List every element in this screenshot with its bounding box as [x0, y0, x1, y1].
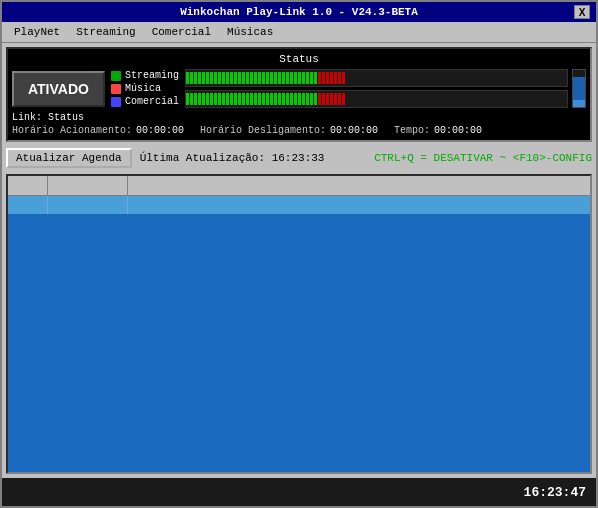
level-indicator	[572, 69, 586, 108]
window-title: Winkochan Play-Link 1.0 - V24.3-BETA	[24, 6, 574, 18]
tempo-value: 00:00:00	[434, 125, 482, 136]
timing-desligamento: Horário Desligamento: 00:00:00	[200, 125, 378, 136]
timing-acionamento: Horário Acionamento: 00:00:00	[12, 125, 184, 136]
meter-bar-top	[185, 69, 568, 87]
last-update-label: Última Atualização: 16:23:33	[140, 152, 325, 164]
main-window: Winkochan Play-Link 1.0 - V24.3-BETA X P…	[0, 0, 598, 508]
clock-display: 16:23:47	[524, 485, 586, 500]
legend-area: Streaming Música Comercial	[111, 69, 179, 108]
last-update-value: 16:23:33	[272, 152, 325, 164]
menu-musicas[interactable]: Músicas	[219, 24, 281, 40]
schedule-body	[8, 214, 590, 472]
title-bar: Winkochan Play-Link 1.0 - V24.3-BETA X	[2, 2, 596, 22]
schedule-header	[8, 176, 590, 196]
musica-dot	[111, 84, 121, 94]
schedule-row-selected[interactable]	[8, 196, 590, 214]
bottom-bar: 16:23:47	[2, 478, 596, 506]
legend-comercial-label: Comercial	[125, 96, 179, 107]
close-button[interactable]: X	[574, 5, 590, 19]
link-value: Status	[48, 112, 84, 123]
desligamento-value: 00:00:00	[330, 125, 378, 136]
link-label: Link:	[12, 112, 42, 123]
ativado-button[interactable]: ATIVADO	[12, 71, 105, 107]
menu-playnet[interactable]: PlayNet	[6, 24, 68, 40]
menu-streaming[interactable]: Streaming	[68, 24, 143, 40]
legend-musica: Música	[111, 83, 179, 94]
menu-comercial[interactable]: Comercial	[144, 24, 219, 40]
legend-streaming: Streaming	[111, 70, 179, 81]
tempo-label: Tempo:	[394, 125, 430, 136]
menu-bar: PlayNet Streaming Comercial Músicas	[2, 22, 596, 43]
acionamento-value: 00:00:00	[136, 125, 184, 136]
status-panel: Status ATIVADO Streaming Música	[6, 47, 592, 142]
timing-row: Horário Acionamento: 00:00:00 Horário De…	[12, 125, 586, 136]
meter-bar-bottom	[185, 90, 568, 108]
schedule-area	[6, 174, 592, 474]
comercial-dot	[111, 97, 121, 107]
status-title: Status	[12, 53, 586, 65]
col-header-2	[48, 176, 128, 195]
agenda-bar: Atualizar Agenda Última Atualização: 16:…	[6, 146, 592, 170]
legend-streaming-label: Streaming	[125, 70, 179, 81]
link-row: Link: Status	[12, 112, 586, 123]
acionamento-label: Horário Acionamento:	[12, 125, 132, 136]
col-header-1	[8, 176, 48, 195]
legend-musica-label: Música	[125, 83, 161, 94]
shortcuts-label: CTRL+Q = DESATIVAR ~ <F10>-CONFIG	[374, 152, 592, 164]
content-area: Status ATIVADO Streaming Música	[2, 43, 596, 478]
legend-comercial: Comercial	[111, 96, 179, 107]
desligamento-label: Horário Desligamento:	[200, 125, 326, 136]
streaming-dot	[111, 71, 121, 81]
update-agenda-button[interactable]: Atualizar Agenda	[6, 148, 132, 168]
timing-tempo: Tempo: 00:00:00	[394, 125, 482, 136]
col-header-3	[128, 176, 590, 195]
